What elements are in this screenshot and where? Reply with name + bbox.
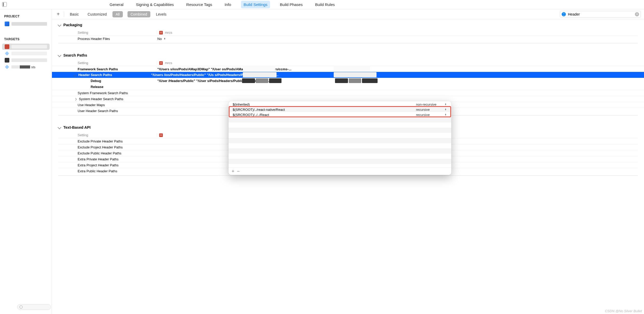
disclosure-down-icon — [58, 23, 61, 27]
path-value: $(SRCROOT)/../react-native/React — [233, 108, 416, 112]
path-row[interactable]: $(SRCROOT)/../react-native/React recursi… — [229, 107, 451, 112]
setting-name: Debug — [58, 79, 157, 83]
filter-icon — [19, 305, 23, 309]
setting-name: Process Header Files — [58, 37, 157, 41]
target-item-2[interactable] — [2, 57, 50, 63]
redaction — [362, 78, 378, 83]
search-clear-icon[interactable]: ✕ — [635, 12, 639, 16]
target-item-1[interactable] — [2, 50, 50, 57]
setting-column-header: Setting — [58, 31, 157, 35]
redacted-text — [11, 65, 19, 69]
redaction — [243, 72, 277, 77]
column-header-row: Setting mrcs — [58, 30, 638, 36]
recursive-select[interactable]: non-recursive — [416, 103, 445, 106]
add-path-button[interactable]: + — [232, 169, 234, 174]
panel-toggle-icon[interactable] — [2, 2, 7, 7]
filter-all[interactable]: All — [112, 11, 123, 17]
sidebar-filter-input[interactable] — [17, 304, 51, 310]
filter-customized[interactable]: Customized — [84, 11, 110, 17]
setting-row-framework-search-paths[interactable]: Framework Search Paths "/Users s/ios/Pod… — [52, 66, 644, 72]
target-diamond-icon — [5, 51, 9, 56]
setting-row-process-header-files[interactable]: Process Header Files No ▲▼ — [58, 36, 638, 42]
redaction — [256, 78, 268, 83]
redacted-text — [11, 45, 47, 49]
dropdown-carets-icon: ▲▼ — [445, 114, 447, 116]
target-name: mrcs — [165, 61, 172, 65]
disclosure-right-icon — [74, 98, 77, 100]
setting-row-sys-header[interactable]: System Header Search Paths — [52, 96, 644, 102]
setting-name: Framework Search Paths — [58, 67, 157, 71]
settings-search[interactable]: Header ✕ — [560, 11, 641, 18]
filter-levels[interactable]: Levels — [153, 11, 170, 17]
setting-row-sys-framework[interactable]: System Framework Search Paths — [52, 90, 644, 96]
redacted-text — [11, 52, 47, 55]
filter-combined[interactable]: Combined — [128, 11, 150, 17]
setting-value: "/Users /ios/Pods/Headers/Public" "/Us s… — [151, 73, 638, 77]
setting-name: Extra Private Header Paths — [58, 157, 157, 161]
popover-footer: + − — [229, 168, 451, 175]
filter-toolbar: + Basic Customized All Combined Levels H… — [52, 9, 644, 19]
disclosure-down-icon — [58, 126, 61, 129]
dropdown-carets-icon: ▲▼ — [164, 38, 166, 40]
setting-row-release[interactable]: Release — [52, 84, 644, 90]
redacted-text — [11, 58, 47, 62]
target-item-0[interactable] — [2, 44, 50, 50]
top-tabs: General Signing & Capabilities Resource … — [107, 1, 337, 8]
target-diamond-icon — [5, 65, 9, 69]
project-header: PROJECT — [4, 15, 48, 18]
target-shield-icon — [159, 31, 163, 35]
tab-build-settings[interactable]: Build Settings — [241, 1, 270, 8]
disclosure-down-icon — [74, 74, 76, 77]
target-shield-icon — [159, 133, 163, 137]
tab-info[interactable]: Info — [222, 1, 234, 8]
tab-signing[interactable]: Signing & Capabilities — [133, 1, 176, 8]
path-value: $(inherited) — [233, 103, 416, 106]
redaction — [242, 78, 255, 83]
dropdown-carets-icon: ▲▼ — [445, 108, 447, 111]
redacted-text — [11, 22, 47, 26]
path-row-empty — [229, 133, 451, 138]
disclosure-down-icon — [58, 53, 61, 57]
search-input-value[interactable]: Header — [568, 12, 633, 16]
path-row-empty — [229, 148, 451, 154]
redacted-text — [20, 65, 30, 69]
target-shield-icon — [5, 44, 9, 49]
setting-name: Release — [58, 85, 157, 89]
redaction — [334, 72, 377, 77]
targets-header: TARGETS — [4, 37, 48, 41]
watermark: CSDN @No Silver Bullet — [605, 309, 642, 313]
path-row-empty — [229, 159, 451, 164]
setting-row-debug[interactable]: Debug "/User /Headers/Public" "/User s/P… — [52, 78, 644, 84]
path-row-empty — [229, 122, 451, 128]
remove-path-button[interactable]: − — [237, 169, 240, 174]
path-row-empty — [229, 128, 451, 133]
recursive-select[interactable]: recursive — [416, 113, 445, 117]
filter-basic[interactable]: Basic — [67, 11, 82, 17]
setting-name: Exclude Public Header Paths — [58, 151, 157, 155]
setting-name: Extra Public Header Paths — [58, 169, 157, 173]
setting-row-header-search-paths[interactable]: Header Search Paths "/Users /ios/Pods/He… — [52, 72, 644, 78]
column-header-row: Setting mrcs — [58, 60, 638, 66]
setting-value: "/Users s/ios/Pods/AMap3DMap" "/User os/… — [157, 67, 638, 71]
add-setting-button[interactable]: + — [55, 11, 61, 17]
setting-name: System Header Search Paths — [58, 97, 157, 101]
section-packaging[interactable]: Packaging — [58, 19, 638, 30]
redaction — [269, 78, 281, 83]
target-item-3[interactable]: sts — [2, 64, 50, 70]
redaction — [335, 78, 348, 83]
sidebar: PROJECT TARGETS sts — [0, 9, 52, 314]
path-row[interactable]: $(inherited) non-recursive ▲▼ — [229, 102, 451, 107]
tab-build-rules[interactable]: Build Rules — [312, 1, 337, 8]
search-filter-icon — [562, 12, 566, 16]
project-item[interactable] — [2, 21, 50, 27]
recursive-select[interactable]: recursive — [416, 108, 445, 112]
redaction — [349, 78, 361, 83]
section-title: Packaging — [63, 23, 82, 27]
tab-resource-tags[interactable]: Resource Tags — [184, 1, 215, 8]
path-row[interactable]: $(SRCROOT)/../../React recursive ▲▼ — [229, 112, 451, 117]
tab-build-phases[interactable]: Build Phases — [277, 1, 305, 8]
tab-general[interactable]: General — [107, 1, 126, 8]
target-name: mrcs — [165, 31, 172, 35]
path-list: $(inherited) non-recursive ▲▼ $(SRCROOT)… — [229, 101, 451, 168]
section-search-paths[interactable]: Search Paths — [58, 50, 638, 60]
